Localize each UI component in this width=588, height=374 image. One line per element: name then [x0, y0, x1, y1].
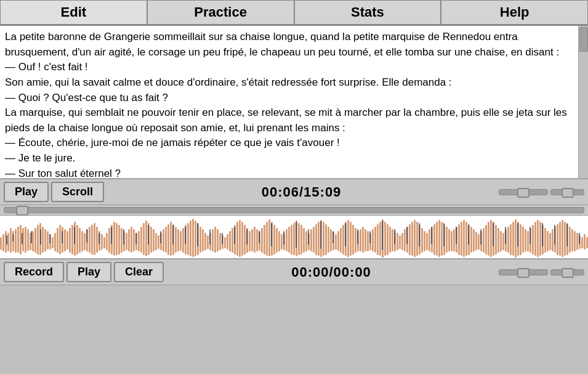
rec-speed-slider[interactable] — [550, 269, 584, 275]
svg-rect-15 — [34, 228, 36, 253]
svg-rect-124 — [303, 228, 305, 253]
svg-rect-222 — [544, 228, 546, 253]
svg-rect-159 — [389, 227, 391, 253]
svg-rect-274 — [406, 227, 408, 244]
svg-rect-262 — [259, 231, 260, 243]
svg-rect-194 — [475, 232, 477, 250]
svg-rect-88 — [214, 227, 216, 253]
record-button[interactable]: Record — [4, 262, 64, 282]
svg-rect-108 — [264, 225, 265, 254]
line-5: — Écoute, chérie, jure-moi de ne jamais … — [5, 137, 340, 148]
speed-thumb[interactable] — [562, 188, 574, 198]
svg-rect-172 — [421, 228, 423, 253]
svg-rect-65 — [158, 235, 159, 249]
volume-slider-group — [499, 189, 584, 195]
svg-rect-44 — [106, 233, 108, 250]
scroll-button[interactable]: Scroll — [51, 182, 104, 202]
svg-rect-168 — [411, 222, 413, 256]
svg-rect-260 — [234, 227, 235, 244]
svg-rect-251 — [123, 229, 124, 245]
svg-rect-223 — [547, 231, 549, 251]
svg-rect-184 — [451, 231, 453, 251]
volume-thumb[interactable] — [517, 188, 530, 198]
svg-rect-110 — [268, 219, 270, 256]
svg-rect-23 — [54, 233, 56, 251]
rec-volume-thumb[interactable] — [517, 268, 530, 278]
bottom-area — [0, 285, 588, 374]
svg-rect-238 — [584, 234, 586, 250]
scrollbar-thumb[interactable] — [579, 27, 588, 52]
svg-rect-77 — [187, 223, 189, 255]
play-button[interactable]: Play — [4, 182, 49, 202]
svg-rect-284 — [530, 227, 531, 244]
clear-button[interactable]: Clear — [114, 262, 164, 282]
svg-rect-263 — [271, 223, 272, 246]
svg-rect-264 — [283, 231, 284, 245]
line-1: — Ouf ! c'est fait ! — [5, 61, 88, 73]
rec-volume-slider[interactable] — [499, 269, 548, 275]
svg-rect-142 — [347, 220, 349, 257]
svg-rect-282 — [505, 227, 506, 244]
svg-rect-147 — [360, 229, 361, 251]
svg-rect-170 — [416, 222, 418, 256]
svg-rect-25 — [59, 225, 61, 254]
menu-help[interactable]: Help — [441, 0, 588, 25]
svg-rect-169 — [414, 220, 416, 257]
svg-rect-150 — [367, 231, 369, 251]
svg-rect-118 — [288, 227, 290, 253]
svg-rect-258 — [209, 229, 211, 245]
speed-slider[interactable] — [550, 189, 584, 195]
svg-rect-80 — [195, 221, 196, 256]
svg-rect-4 — [7, 233, 9, 251]
svg-rect-35 — [84, 233, 86, 250]
text-scrollbar[interactable] — [578, 26, 588, 178]
svg-rect-40 — [96, 227, 98, 253]
svg-rect-148 — [362, 227, 364, 253]
svg-rect-207 — [507, 227, 509, 253]
line-7: — Sur ton salut éternel ? — [5, 168, 121, 179]
svg-rect-9 — [20, 225, 22, 254]
svg-rect-20 — [47, 231, 49, 250]
svg-rect-2 — [2, 234, 4, 251]
svg-rect-127 — [310, 229, 312, 251]
text-content: La petite baronne de Grangerie sommeilla… — [5, 30, 573, 179]
svg-rect-75 — [182, 228, 184, 253]
svg-rect-62 — [150, 227, 152, 253]
svg-rect-225 — [552, 229, 554, 251]
svg-rect-134 — [328, 227, 329, 253]
menu-edit[interactable]: Edit — [0, 0, 147, 25]
svg-rect-63 — [153, 229, 155, 251]
svg-rect-132 — [323, 222, 324, 256]
menu-practice[interactable]: Practice — [147, 0, 294, 25]
svg-rect-22 — [52, 237, 54, 248]
svg-rect-120 — [293, 223, 295, 255]
menu-stats[interactable]: Stats — [294, 0, 441, 25]
position-thumb[interactable] — [16, 206, 28, 216]
svg-rect-270 — [357, 229, 358, 245]
svg-rect-155 — [379, 222, 381, 256]
position-slider[interactable] — [4, 207, 584, 213]
svg-rect-105 — [256, 229, 258, 251]
volume-slider[interactable] — [499, 189, 548, 195]
recording-time: 00:00/00:00 — [166, 264, 496, 280]
svg-rect-55 — [133, 229, 135, 251]
svg-rect-242 — [22, 233, 23, 244]
svg-rect-173 — [424, 231, 425, 251]
svg-rect-59 — [143, 223, 145, 255]
svg-rect-87 — [212, 229, 214, 251]
svg-rect-247 — [74, 227, 75, 244]
svg-rect-154 — [377, 224, 379, 255]
svg-rect-137 — [335, 234, 337, 250]
svg-rect-117 — [286, 229, 288, 251]
recording-play-button[interactable]: Play — [66, 262, 111, 282]
svg-rect-12 — [27, 229, 29, 251]
svg-rect-84 — [204, 233, 206, 250]
line-2: Son amie, qui la savait calme et douce d… — [5, 76, 452, 88]
playback-bar: Play Scroll 00:06/15:09 — [0, 179, 588, 205]
svg-rect-224 — [549, 233, 551, 250]
rec-speed-thumb[interactable] — [562, 268, 574, 278]
svg-rect-30 — [71, 225, 73, 254]
svg-rect-193 — [473, 229, 475, 251]
menu-bar: Edit Practice Stats Help — [0, 0, 588, 26]
svg-rect-95 — [232, 228, 233, 253]
